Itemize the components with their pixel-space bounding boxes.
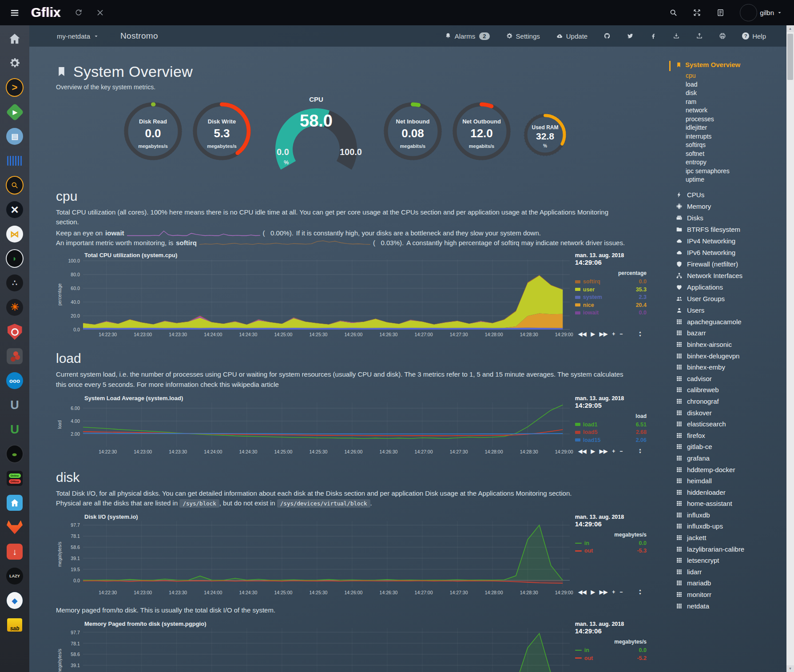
toc-app-mariadb[interactable]: mariadb — [669, 577, 786, 589]
toc-app-monitorr[interactable]: monitorr — [669, 589, 786, 600]
toc-item-processes[interactable]: processes — [669, 115, 786, 124]
legend-out[interactable]: out-5.3 — [575, 547, 647, 555]
app-icon-orange-chevron[interactable]: > — [6, 79, 24, 96]
toc-item-entropy[interactable]: entropy — [669, 158, 786, 167]
chart-resize-handle[interactable]: ▲▼ — [639, 448, 642, 454]
legend-user[interactable]: user35.3 — [575, 286, 647, 294]
disk-write-gauge[interactable]: Disk Write5.3megabytes/s — [193, 102, 251, 160]
toc-app-apacheguacamole[interactable]: apacheguacamole — [669, 316, 786, 328]
toc-app-letsencrypt[interactable]: letsencrypt — [669, 555, 786, 566]
fullscreen-icon[interactable] — [693, 8, 701, 17]
refresh-icon[interactable] — [74, 8, 83, 17]
app-icon-bowtie[interactable]: ⋈ — [6, 225, 24, 243]
toc-app-netdata[interactable]: netdata — [669, 600, 786, 612]
chart-forward-button[interactable]: ▶▶ — [599, 589, 607, 595]
toc-app-influxdb-ups[interactable]: influxdb-ups — [669, 521, 786, 532]
avatar[interactable] — [740, 4, 757, 21]
toc-app-grafana[interactable]: grafana — [669, 453, 786, 464]
toc-section-btrfs-filesystem[interactable]: BTRFS filesystem — [669, 224, 786, 235]
app-icon-search-orange[interactable] — [6, 176, 24, 194]
update-button[interactable]: Update — [556, 32, 588, 40]
app-icon-berries[interactable] — [6, 347, 24, 365]
toc-app-influxdb[interactable]: influxdb — [669, 509, 786, 521]
toc-section-user-groups[interactable]: User Groups — [669, 293, 786, 305]
app-icon-home-assistant[interactable] — [6, 494, 24, 512]
chart-resize-handle[interactable]: ▲▼ — [639, 330, 642, 337]
toc-section-users[interactable]: Users — [669, 305, 786, 316]
toc-item-softnet[interactable]: softnet — [669, 150, 786, 159]
legend-load15[interactable]: load152.06 — [575, 436, 647, 444]
toc-app-jackett[interactable]: jackett — [669, 532, 786, 544]
app-icon-sab[interactable]: sab — [6, 616, 24, 634]
toc-section-firewall-netfilter-[interactable]: Firewall (netfilter) — [669, 258, 786, 270]
disk-chart-plot[interactable] — [83, 521, 570, 588]
toc-item-softirqs[interactable]: softirqs — [669, 141, 786, 150]
app-icon-blue-books[interactable]: ▤ — [6, 127, 24, 145]
scrollbar-down-arrow[interactable]: ▼ — [786, 665, 794, 672]
settings-button[interactable]: Settings — [506, 32, 540, 40]
disk-read-gauge[interactable]: Disk Read0.0megabytes/s — [124, 102, 182, 160]
toc-app-diskover[interactable]: diskover — [669, 407, 786, 418]
cpu-gauge[interactable]: CPU 58.0 0.0 100.0 % — [270, 95, 363, 178]
alarms-button[interactable]: Alarms 2 — [445, 32, 490, 40]
toc-section-memory[interactable]: Memory — [669, 201, 786, 212]
chart-zoom-in-button[interactable]: + — [612, 331, 615, 337]
app-icon-soundwave[interactable] — [6, 152, 24, 170]
reader-icon[interactable] — [716, 8, 725, 17]
legend-nice[interactable]: nice20.4 — [575, 301, 647, 309]
toc-app-hiddenloader[interactable]: hiddenloader — [669, 486, 786, 498]
github-icon[interactable] — [603, 32, 611, 40]
toc-item-uptime[interactable]: uptime — [669, 175, 786, 184]
toc-item-cpu[interactable]: cpu — [669, 72, 786, 80]
toc-item-network[interactable]: network — [669, 106, 786, 115]
print-icon[interactable] — [719, 32, 726, 40]
app-icon-white-cross[interactable]: × — [6, 201, 24, 219]
legend-load1[interactable]: load16.51 — [575, 421, 647, 429]
legend-out[interactable]: out-5.2 — [575, 654, 647, 662]
chart-rewind-button[interactable]: ◀◀ — [578, 589, 586, 595]
app-icon-u-splash[interactable]: U — [6, 396, 24, 414]
chart-play-button[interactable]: ▶ — [591, 448, 595, 454]
toc-app-binhex-emby[interactable]: binhex-emby — [669, 362, 786, 373]
toc-app-bazarr[interactable]: bazarr — [669, 327, 786, 339]
toc-section-applications[interactable]: Applications — [669, 282, 786, 293]
legend-iowait[interactable]: iowait0.0 — [575, 309, 647, 317]
app-icon-grafana[interactable]: ☀ — [6, 298, 24, 316]
toc-app-home-assistant[interactable]: home-assistant — [669, 498, 786, 509]
toc-app-heimdall[interactable]: heimdall — [669, 475, 786, 487]
legend-softirq[interactable]: softirq0.0 — [575, 278, 647, 286]
softirq-sparkline[interactable] — [199, 239, 370, 246]
home-icon[interactable] — [6, 30, 24, 48]
chart-rewind-button[interactable]: ◀◀ — [578, 331, 586, 337]
cpu-chart-plot[interactable] — [83, 259, 570, 330]
download-icon[interactable] — [673, 32, 680, 40]
legend-system[interactable]: system2.3 — [575, 293, 647, 301]
toc-item-disk[interactable]: disk — [669, 89, 786, 98]
chart-play-button[interactable]: ▶ — [591, 331, 595, 337]
app-logo[interactable]: Gflix — [31, 5, 61, 20]
app-icon-green-ellipse[interactable]: ● — [6, 445, 24, 463]
toc-app-lazylibrarian-calibre[interactable]: lazylibrarian-calibre — [669, 543, 786, 555]
toc-app-hddtemp-docker[interactable]: hddtemp-docker — [669, 464, 786, 475]
chart-forward-button[interactable]: ▶▶ — [599, 331, 607, 337]
chart-zoom-out-button[interactable]: − — [619, 589, 623, 595]
iowait-sparkline[interactable] — [127, 230, 260, 236]
close-icon[interactable] — [96, 8, 104, 17]
toc-section-network-interfaces[interactable]: Network Interfaces — [669, 270, 786, 282]
legend-in[interactable]: in0.0 — [575, 539, 647, 547]
toc-item-interrupts[interactable]: interrupts — [669, 132, 786, 141]
toc-item-load[interactable]: load — [669, 80, 786, 89]
legend-in[interactable]: in0.0 — [575, 646, 647, 654]
app-icon-green-swirl[interactable]: ◗ — [6, 250, 24, 267]
app-icon-green-play-diamond[interactable]: ▶ — [6, 103, 24, 121]
dashboard-scroll-area[interactable]: System Overview Overview of the key syst… — [29, 47, 669, 672]
app-icon-node-dots[interactable]: ∴ — [6, 274, 24, 292]
toc-section-disks[interactable]: Disks — [669, 212, 786, 224]
toc-app-chronograf[interactable]: chronograf — [669, 396, 786, 407]
app-icon-nextcloud[interactable]: ooo — [6, 372, 24, 390]
toc-section-ipv6-networking[interactable]: IPv6 Networking — [669, 247, 786, 258]
user-menu[interactable]: gilbn — [740, 4, 782, 21]
ram-gauge[interactable]: Used RAM32.8% — [524, 113, 567, 156]
net-in-gauge[interactable]: Net Inbound0.08megabits/s — [384, 102, 442, 160]
help-button[interactable]: ? Help — [742, 32, 766, 40]
